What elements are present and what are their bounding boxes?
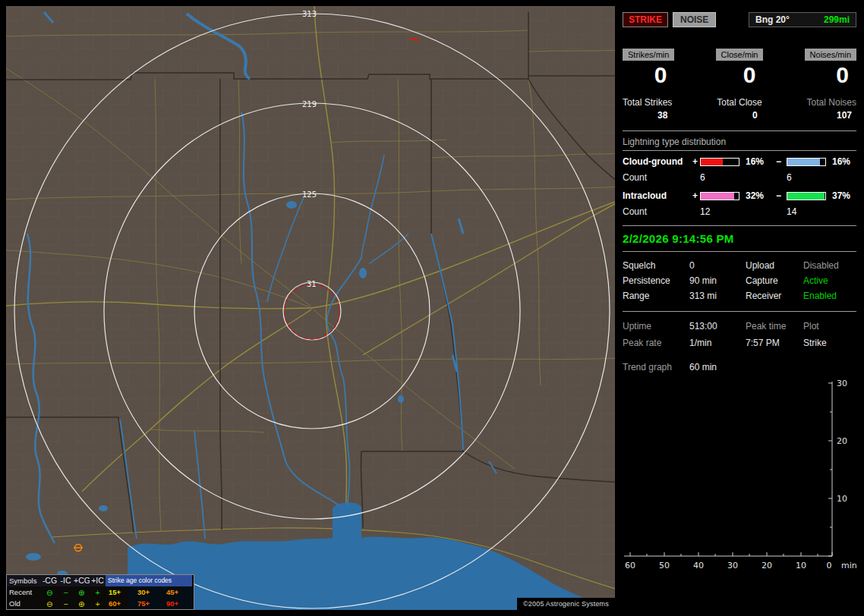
upload-label: Upload [746,258,803,273]
legend-col-neg-cg: -CG [42,575,58,586]
x-tick-30: 30 [727,561,738,570]
trend-chart: 30 20 10 60 50 40 30 20 10 0 min [623,376,858,576]
plus-sign: + [692,156,700,167]
x-tick-60: 60 [625,561,635,570]
range-label: Range [623,288,689,303]
total-noises-value: 107 [807,110,856,121]
neg-cg-old-icon: ⊖ [42,599,58,608]
legend-col-pos-ic: +IC [90,575,106,586]
total-noises-label: Total Noises [807,97,856,108]
legend-col-neg-ic: -IC [58,575,74,586]
x-axis-unit: min [841,561,857,570]
plot-label: Plot [803,318,856,335]
intracloud-row: Intracloud + 32% − 37% [623,190,856,201]
neg-ic-recent-icon: − [58,588,74,597]
peak-rate-value: 1/min [689,335,746,351]
side-panel: STRIKE NOISE Bng 20° 299mi Strikes/min 0… [620,6,858,610]
x-tick-10: 10 [796,561,806,570]
pos-cg-recent-icon: ⊕ [74,588,90,597]
total-close-label: Total Close [717,97,762,108]
legend-row-old-label: Old [7,599,42,608]
age-code-30: 30+ [134,588,163,596]
trend-graph-row: Trend graph 60 min [623,362,856,372]
receiver-label: Receiver [746,288,803,303]
squelch-value: 0 [689,258,746,273]
x-tick-40: 40 [693,561,704,570]
intracloud-label: Intracloud [623,190,692,201]
divider [623,311,856,312]
squelch-label: Squelch [623,258,689,273]
cloud-ground-count-row: Count 6 6 [623,172,856,183]
ring-label-219: 219 [302,100,317,108]
count-label: Count [623,172,692,183]
legend-row-recent-label: Recent [7,588,42,596]
neg-cg-recent-icon: ⊖ [42,588,58,597]
y-tick-30: 30 [837,379,847,388]
close-per-min-label: Close/min [716,49,764,61]
copyright-text: ©2005 Astrogenic Systems [517,598,615,610]
intracloud-count-row: Count 12 14 [623,206,856,217]
noises-per-min-value: 0 [805,63,856,87]
cg-negative-pct: 16% [829,156,856,167]
receiver-value: Enabled [803,288,856,303]
minus-sign: − [776,156,787,167]
trend-graph-value: 60 min [689,362,856,372]
y-tick-10: 10 [837,494,847,504]
pos-ic-old-icon: + [90,599,106,608]
legend-col-pos-cg: +CG [74,575,90,586]
session-table: Uptime 513:00 Peak time Plot Peak rate 1… [623,318,856,351]
totals: Total Strikes 38 Total Close 0 Total Noi… [623,97,856,121]
plus-sign: + [692,190,700,201]
pos-ic-recent-icon: + [90,588,106,597]
ic-positive-count: 12 [700,206,743,217]
age-code-60: 60+ [106,599,134,608]
ic-positive-bar [700,192,739,200]
noises-per-min-label: Noises/min [805,49,856,61]
capture-value: Active [803,273,856,288]
x-tick-50: 50 [659,561,670,570]
total-strikes-label: Total Strikes [623,97,672,108]
ic-positive-pct: 32% [743,190,776,201]
age-code-75: 75+ [134,599,163,608]
distribution-title: Lightning type distribution [623,137,856,147]
trend-graph-label: Trend graph [623,362,689,372]
neg-ic-old-icon: − [58,599,74,608]
divider [623,150,856,151]
divider [623,225,856,226]
peak-rate-label: Peak rate [623,335,689,351]
map-svg: 313 219 125 31 [6,6,615,610]
peak-time-label: Peak time [746,318,803,335]
cloud-ground-row: Cloud-ground + 16% − 16% [623,156,856,167]
pos-cg-old-icon: ⊕ [74,599,90,608]
strike-tab-button[interactable]: STRIKE [623,12,668,27]
rate-counters: Strikes/min 0 Close/min 0 Noises/min 0 [623,49,856,87]
noise-tab-button[interactable]: NOISE [673,12,716,27]
uptime-label: Uptime [623,318,689,335]
strikes-per-min-value: 0 [623,63,674,87]
age-code-90: 90+ [163,599,192,608]
ic-negative-pct: 37% [829,190,856,201]
bearing-label: Bng 20° [755,14,790,25]
upload-value: Disabled [803,258,856,273]
persistence-label: Persistence [623,273,689,288]
ring-label-31: 31 [307,280,317,288]
ring-label-313: 313 [302,10,317,18]
peak-time-value: 7:57 PM [746,335,803,351]
lightning-map[interactable]: 313 219 125 31 Symbols -CG -IC +CG +IC S… [6,6,615,610]
mode-toolbar: STRIKE NOISE Bng 20° 299mi [623,12,856,27]
divider [623,130,856,131]
ic-negative-bar [787,192,826,200]
x-tick-0: 0 [827,561,832,570]
cg-negative-bar [787,158,826,166]
capture-label: Capture [746,273,803,288]
y-tick-20: 20 [837,436,847,446]
bearing-display: Bng 20° 299mi [749,12,856,27]
divider [623,251,856,252]
legend-age-header: Strike age color codes [106,575,192,586]
persistence-value: 90 min [689,273,746,288]
legend-symbols-header: Symbols [7,575,42,586]
ic-negative-count: 14 [787,206,829,217]
uptime-value: 513:00 [689,318,746,335]
bearing-range: 299mi [824,14,850,25]
cg-positive-count: 6 [700,172,743,183]
